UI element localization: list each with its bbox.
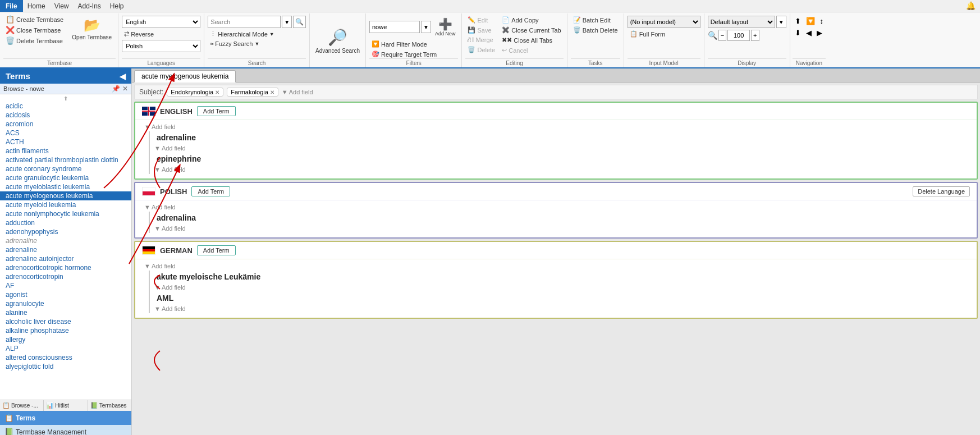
require-target-term-btn[interactable]: 🎯 Require Target Term (369, 50, 458, 58)
add-copy-btn[interactable]: 📄 Add Copy (500, 16, 563, 24)
save-btn[interactable]: 💾 Save (465, 26, 497, 34)
batch-edit-btn[interactable]: 📝 Batch Edit (571, 16, 620, 24)
term-adrenaline-name[interactable]: adrenaline (154, 131, 968, 144)
merge-btn[interactable]: ⛙ Merge (465, 36, 497, 44)
view-menu[interactable]: View (50, 1, 74, 11)
language-dropdown-english[interactable]: English (122, 16, 200, 28)
termbase-management-panel-btn[interactable]: 📗 Termbase Management (0, 425, 131, 435)
search-dropdown-icon[interactable]: ▼ (282, 16, 292, 28)
list-item[interactable]: acute granulocytic leukemia (0, 173, 131, 182)
nav-forward-icon[interactable]: ▶ (814, 28, 825, 38)
list-item-italic[interactable]: adrenaline (0, 236, 131, 245)
list-item[interactable]: adduction (0, 218, 131, 227)
nav-sort-icon[interactable]: ↕ (818, 16, 826, 26)
batch-delete-btn[interactable]: 🗑️ Batch Delete (571, 26, 620, 34)
cancel-btn[interactable]: ↩ Cancel (500, 46, 563, 54)
term-adrenalina-name[interactable]: adrenalina (154, 212, 968, 224)
list-item[interactable]: acute myeloblastic leukemia (0, 182, 131, 191)
english-add-field[interactable]: ▼ Add field (144, 122, 968, 131)
pin-icon[interactable]: 📌 (112, 85, 120, 93)
list-item[interactable]: alcoholic liver disease (0, 317, 131, 326)
term-akute-name[interactable]: akute myeloische Leukämie (154, 271, 968, 283)
hitlist-tab-btn[interactable]: 📊 Hitlist (44, 400, 88, 411)
search-go-icon[interactable]: 🔍 (293, 16, 306, 28)
list-item-selected[interactable]: acute myelogenous leukemia (0, 191, 131, 200)
nav-back-icon[interactable]: ◀ (804, 28, 814, 38)
list-item[interactable]: actin filaments (0, 146, 131, 155)
full-form-btn[interactable]: 📋 Full Form (628, 30, 700, 38)
list-item[interactable]: adenohypophysis (0, 227, 131, 236)
close-current-tab-btn[interactable]: ✖️ Close Current Tab (500, 26, 563, 34)
file-menu-tab[interactable]: File (0, 0, 23, 12)
close-browse-icon[interactable]: ✕ (122, 85, 128, 93)
hard-filter-mode-btn[interactable]: 🔽 Hard Filter Mode (369, 40, 458, 48)
create-termbase-btn[interactable]: 📋 Create Termbase (3, 15, 66, 24)
delete-btn[interactable]: 🗑️ Delete (465, 45, 497, 54)
nav-filter-icon[interactable]: 🔽 (804, 16, 817, 26)
term-epinephrine-name[interactable]: epinephrine (154, 153, 968, 165)
close-all-tabs-btn[interactable]: ✖✖ Close All Tabs (500, 36, 563, 44)
browse-tab-btn[interactable]: 📋 Browse -... (0, 400, 44, 411)
list-item[interactable]: ACS (0, 129, 131, 138)
nav-up-icon[interactable]: ⬆ (793, 16, 803, 26)
list-item[interactable]: agonist (0, 290, 131, 299)
search-input[interactable] (208, 16, 281, 28)
nav-down-icon[interactable]: ⬇ (793, 28, 803, 38)
german-add-field[interactable]: ▼ Add field (144, 262, 968, 271)
zoom-minus-btn[interactable]: − (718, 30, 726, 41)
terms-panel-btn[interactable]: 📋 Terms (0, 411, 131, 425)
delete-termbase-btn[interactable]: 🗑️ Delete Termbase (3, 36, 66, 45)
list-item[interactable]: agranulocyte (0, 299, 131, 308)
list-item[interactable]: acidic (0, 102, 131, 111)
list-item[interactable]: acidosis (0, 111, 131, 120)
epinephrine-add-field[interactable]: ▼ Add field (154, 165, 968, 174)
list-item[interactable]: activated partial thromboplastin clottin (0, 155, 131, 164)
list-item[interactable]: altered consciousness (0, 353, 131, 362)
english-add-term-btn[interactable]: Add Term (197, 106, 236, 116)
remove-farmakologia-icon[interactable]: ✕ (270, 89, 274, 95)
add-new-btn[interactable]: ➕ Add New (432, 16, 459, 38)
delete-language-btn[interactable]: Delete Language (913, 186, 970, 196)
adrenaline-add-field[interactable]: ▼ Add field (154, 144, 968, 153)
zoom-plus-btn[interactable]: + (751, 30, 759, 41)
list-item[interactable]: ACTH (0, 138, 131, 146)
filter-dropdown-icon[interactable]: ▼ (421, 21, 431, 33)
polish-add-term-btn[interactable]: Add Term (191, 186, 230, 196)
list-item[interactable]: acute myeloid leukemia (0, 200, 131, 209)
term-aml-name[interactable]: AML (154, 292, 968, 304)
list-item[interactable]: adrenaline (0, 245, 131, 254)
german-add-term-btn[interactable]: Add Term (197, 245, 236, 255)
zoom-input[interactable] (727, 30, 750, 41)
content-tab-active[interactable]: acute myelogenous leukemia (134, 70, 236, 83)
list-item[interactable]: alyepiglottic fold (0, 362, 131, 371)
termbases-tab-btn[interactable]: 📗 Termbases (88, 400, 131, 411)
open-termbase-btn[interactable]: 📂 Open Termbase (68, 15, 116, 43)
help-menu[interactable]: Help (106, 1, 129, 11)
language-dropdown-polish[interactable]: Polish (122, 40, 200, 52)
sidebar-collapse-icon[interactable]: ◀ (120, 72, 126, 81)
list-item[interactable]: ALP (0, 344, 131, 353)
list-item[interactable]: adrenaline autoinjector (0, 254, 131, 263)
edit-btn[interactable]: ✏️ Edit (465, 16, 497, 24)
zoom-out-icon[interactable]: 🔍 (708, 31, 717, 40)
add-field-subject[interactable]: ▼ Add field (282, 89, 313, 95)
input-model-dropdown[interactable]: (No input model) (628, 16, 700, 28)
list-item[interactable]: adrenocorticotropic hormone (0, 263, 131, 272)
fuzzy-search-btn[interactable]: ≈ Fuzzy Search ▼ (208, 40, 306, 48)
layout-dropdown[interactable]: Default layout (708, 16, 775, 28)
list-item[interactable]: AF (0, 281, 131, 290)
list-item[interactable]: acute nonlymphocytic leukemia (0, 209, 131, 218)
close-termbase-btn[interactable]: ❌ Close Termbase (3, 25, 66, 35)
hierarchical-mode-btn[interactable]: ⋮ Hierarchical Mode ▼ (208, 30, 306, 38)
akute-add-field[interactable]: ▼ Add field (154, 283, 968, 292)
aml-add-field[interactable]: ▼ Add field (154, 304, 968, 313)
remove-endokrynologia-icon[interactable]: ✕ (215, 89, 219, 95)
list-item[interactable]: acromion (0, 120, 131, 129)
sidebar-scroll-up[interactable]: ⬆ (0, 95, 131, 102)
addins-menu[interactable]: Add-Ins (73, 1, 105, 11)
adrenalina-add-field[interactable]: ▼ Add field (154, 224, 968, 233)
ribbon-advanced-search-btn[interactable]: 🔎 Advanced Search (310, 13, 366, 67)
list-item[interactable]: adrenocorticotropin (0, 272, 131, 281)
polish-add-field[interactable]: ▼ Add field (144, 203, 968, 212)
filter-input[interactable] (369, 21, 420, 33)
